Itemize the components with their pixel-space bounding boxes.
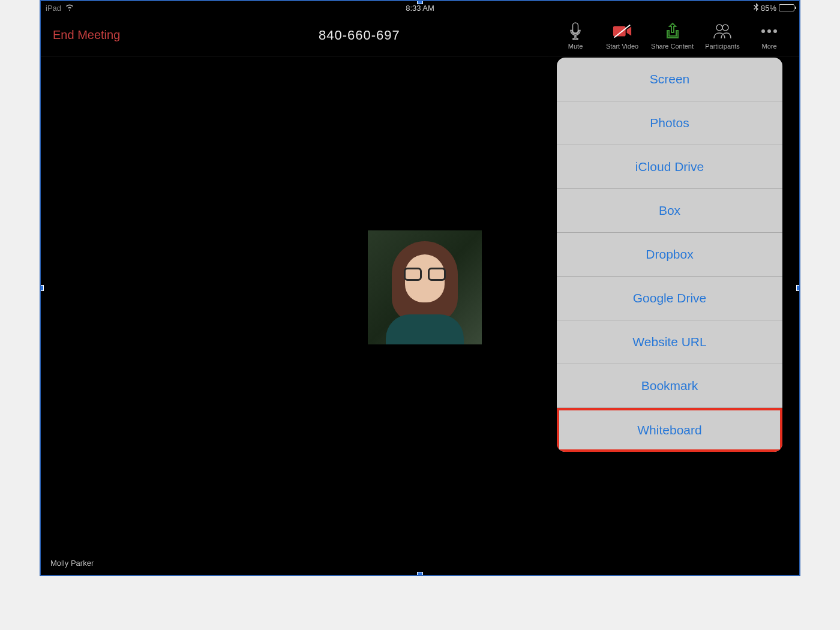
meeting-toolbar: End Meeting 840-660-697 Mute Start Video… [41, 14, 799, 56]
participants-label: Participants [705, 43, 739, 50]
microphone-icon [565, 21, 586, 41]
share-option-photos[interactable]: Photos [557, 101, 782, 145]
svg-point-3 [722, 25, 728, 31]
participant-name: Molly Parker [50, 559, 94, 568]
avatar [368, 230, 482, 344]
bluetooth-icon [754, 3, 758, 13]
toolbar-actions: Mute Start Video Share Content Participa… [557, 21, 787, 50]
svg-point-5 [767, 29, 771, 33]
share-content-label: Share Content [651, 43, 694, 50]
popover-arrow [696, 58, 710, 59]
share-option-dropbox[interactable]: Dropbox [557, 233, 782, 277]
svg-rect-0 [613, 26, 626, 36]
svg-point-4 [761, 29, 765, 33]
share-option-screen[interactable]: Screen [557, 58, 782, 101]
end-meeting-button[interactable]: End Meeting [53, 28, 120, 42]
battery-icon [779, 4, 794, 11]
share-content-button[interactable]: Share Content [651, 21, 694, 50]
meeting-id: 840-660-697 [319, 28, 400, 43]
share-option-website-url[interactable]: Website URL [557, 320, 782, 364]
mute-label: Mute [568, 43, 583, 50]
more-button[interactable]: More [751, 21, 787, 50]
battery-percent: 85% [761, 4, 776, 13]
video-off-icon [612, 21, 632, 41]
share-option-box[interactable]: Box [557, 189, 782, 233]
share-option-google-drive[interactable]: Google Drive [557, 277, 782, 320]
share-icon [662, 21, 683, 41]
share-option-icloud-drive[interactable]: iCloud Drive [557, 145, 782, 189]
svg-point-2 [716, 25, 722, 31]
share-option-whiteboard[interactable]: Whiteboard [557, 408, 782, 452]
share-option-bookmark[interactable]: Bookmark [557, 364, 782, 408]
status-time: 8:33 AM [406, 4, 434, 13]
start-video-label: Start Video [606, 43, 638, 50]
status-bar: iPad 8:33 AM 85% [41, 1, 799, 14]
more-label: More [761, 43, 776, 50]
participant-tile[interactable] [368, 230, 482, 344]
status-left: iPad [46, 4, 74, 13]
more-icon [759, 21, 779, 41]
wifi-icon [65, 4, 74, 13]
device-frame: iPad 8:33 AM 85% End Meeting 840-660-697… [40, 0, 800, 576]
participants-button[interactable]: Participants [704, 21, 740, 50]
mute-button[interactable]: Mute [557, 21, 593, 50]
participants-icon [712, 21, 733, 41]
svg-point-6 [773, 29, 777, 33]
device-label: iPad [46, 4, 61, 13]
share-content-popover: ScreenPhotosiCloud DriveBoxDropboxGoogle… [557, 58, 782, 452]
status-right: 85% [754, 3, 794, 13]
start-video-button[interactable]: Start Video [604, 21, 640, 50]
